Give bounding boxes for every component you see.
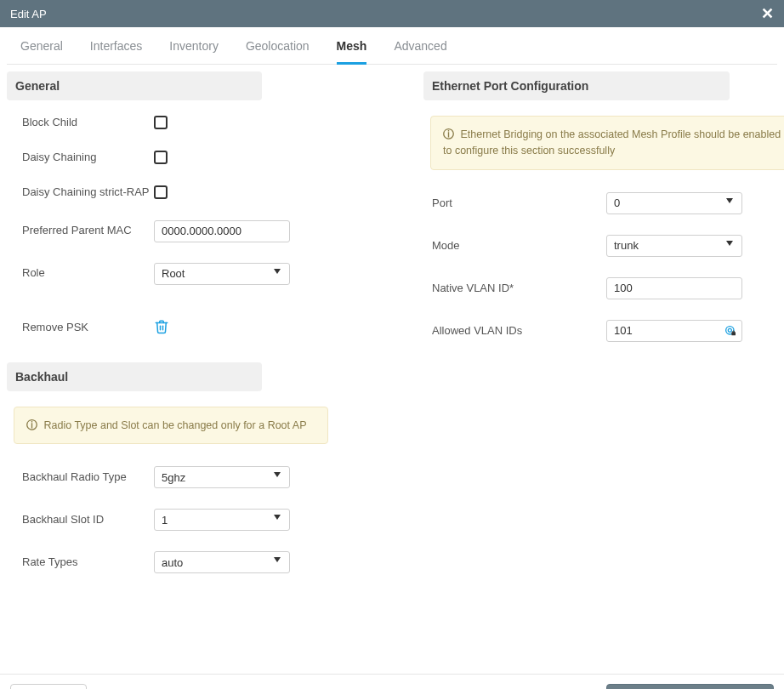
bh-slot-id-select[interactable]: 1 bbox=[154, 509, 290, 531]
tabs-row: General Interfaces Inventory Geolocation… bbox=[7, 27, 777, 65]
close-icon[interactable]: ✕ bbox=[761, 4, 774, 23]
chevron-down-icon bbox=[726, 241, 733, 246]
daisy-strict-checkbox[interactable] bbox=[154, 185, 168, 199]
chevron-down-icon bbox=[726, 198, 733, 203]
chevron-down-icon bbox=[274, 557, 281, 562]
port-label: Port bbox=[432, 196, 606, 209]
allowed-vlan-label: Allowed VLAN IDs bbox=[432, 324, 606, 337]
pref-parent-mac-label: Preferred Parent MAC bbox=[22, 224, 154, 238]
mode-select-value: trunk bbox=[614, 239, 639, 252]
daisy-strict-label: Daisy Chaining strict-RAP bbox=[22, 185, 154, 200]
port-select-value: 0 bbox=[614, 196, 620, 209]
bh-radio-type-select[interactable]: 5ghz bbox=[154, 466, 290, 488]
modal-title: Edit AP bbox=[10, 8, 47, 20]
modal-footer: Cancel Update & Apply to Device bbox=[0, 674, 784, 689]
block-child-checkbox[interactable] bbox=[154, 116, 168, 129]
block-child-label: Block Child bbox=[22, 116, 154, 130]
bh-radio-type-value: 5ghz bbox=[162, 471, 185, 484]
rate-types-select[interactable]: auto bbox=[154, 551, 290, 573]
section-backhaul: Backhaul bbox=[7, 362, 262, 391]
remove-psk-label: Remove PSK bbox=[22, 321, 154, 335]
trash-icon[interactable] bbox=[154, 319, 169, 337]
modal-header: Edit AP ✕ bbox=[0, 0, 784, 27]
native-vlan-label: Native VLAN ID* bbox=[432, 282, 606, 294]
section-general: General bbox=[7, 71, 262, 100]
role-select-value: Root bbox=[162, 267, 185, 280]
port-select[interactable]: 0 bbox=[606, 192, 742, 214]
info-icon: ⓘ bbox=[443, 128, 454, 140]
section-ethernet: Ethernet Port Configuration bbox=[423, 71, 730, 100]
daisy-chaining-label: Daisy Chaining bbox=[22, 151, 154, 165]
tab-mesh[interactable]: Mesh bbox=[337, 39, 367, 65]
tab-interfaces[interactable]: Interfaces bbox=[90, 39, 142, 64]
role-label: Role bbox=[22, 266, 154, 281]
allowed-vlan-input[interactable] bbox=[606, 320, 742, 342]
mode-label: Mode bbox=[432, 239, 606, 252]
modal-body: General Block Child Daisy Chaining Daisy… bbox=[0, 65, 784, 674]
chevron-down-icon bbox=[274, 472, 281, 477]
ethernet-alert-text: Ethernet Bridging on the associated Mesh… bbox=[443, 128, 781, 157]
svg-point-1 bbox=[728, 328, 731, 332]
info-icon: ⓘ bbox=[26, 419, 37, 431]
chevron-down-icon bbox=[274, 269, 281, 274]
tab-geolocation[interactable]: Geolocation bbox=[246, 39, 310, 64]
backhaul-alert-text: Radio Type and Slot can be changed only … bbox=[43, 419, 306, 431]
apply-button[interactable]: Update & Apply to Device bbox=[606, 684, 774, 690]
role-select[interactable]: Root bbox=[154, 263, 290, 285]
native-vlan-input[interactable] bbox=[606, 277, 742, 299]
daisy-chaining-checkbox[interactable] bbox=[154, 151, 168, 164]
mode-select[interactable]: trunk bbox=[606, 235, 742, 257]
bh-slot-id-value: 1 bbox=[162, 514, 168, 527]
tab-inventory[interactable]: Inventory bbox=[169, 39, 219, 64]
rate-types-value: auto bbox=[162, 556, 183, 569]
bh-slot-id-label: Backhaul Slot ID bbox=[22, 513, 154, 527]
cancel-button[interactable]: Cancel bbox=[10, 684, 87, 690]
rate-types-label: Rate Types bbox=[22, 555, 154, 570]
tab-general[interactable]: General bbox=[20, 39, 63, 64]
bh-radio-type-label: Backhaul Radio Type bbox=[22, 470, 154, 485]
chevron-down-icon bbox=[274, 515, 281, 520]
target-lock-icon[interactable] bbox=[724, 324, 737, 338]
tab-advanced[interactable]: Advanced bbox=[394, 39, 446, 64]
pref-parent-mac-input[interactable] bbox=[154, 220, 290, 242]
